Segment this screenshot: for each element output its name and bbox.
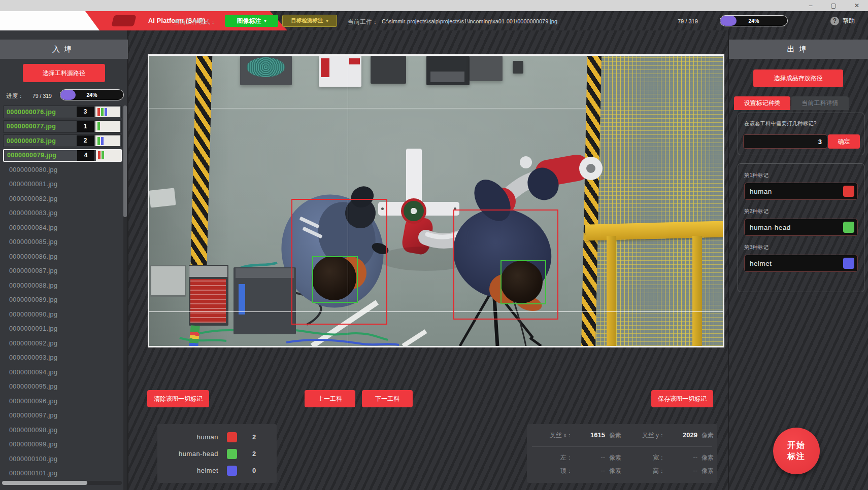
file-name: 0000000095.jpg — [3, 383, 57, 390]
file-list: 0000000076.jpg 3 0000000077.jpg 1 000000… — [3, 106, 122, 490]
list-item[interactable]: 0000000086.jpg — [3, 250, 122, 263]
list-item[interactable]: 0000000098.jpg — [3, 424, 122, 436]
list-item[interactable]: 0000000093.jpg — [3, 352, 122, 364]
confirm-button[interactable]: 确定 — [828, 134, 860, 149]
mark-name-input[interactable]: human-head — [744, 219, 858, 236]
class-color-bar — [105, 108, 107, 116]
start-annotation-label-line2: 标注 — [787, 451, 806, 462]
tab-set-mark-types[interactable]: 设置标记种类 — [734, 96, 790, 110]
save-annotations-button[interactable]: 保存该图一切标记 — [651, 390, 713, 407]
list-item[interactable]: 0000000080.jpg — [3, 163, 122, 176]
legend-label: human-head — [157, 450, 218, 458]
window-maximize-icon[interactable]: ▢ — [829, 2, 838, 10]
crosshair-x-label: 叉丝 x： — [536, 431, 576, 440]
next-image-button[interactable]: 下一工料 — [362, 390, 413, 407]
mark-color-swatch[interactable] — [843, 222, 854, 233]
legend-row: human 2 — [157, 429, 277, 445]
mode-image-annotation-button[interactable]: 图像标注 ▾ — [225, 15, 278, 27]
crosshair-x-value: 1615 — [576, 431, 607, 440]
list-item[interactable]: 0000000097.jpg — [3, 409, 122, 422]
clear-annotations-button[interactable]: 清除该图一切标记 — [147, 390, 209, 407]
annotation-legend: human 2 human-head 2 helmet 0 — [157, 424, 277, 483]
progress-label: 进度： — [6, 92, 24, 100]
vertical-scrollbar[interactable] — [123, 106, 127, 490]
list-item[interactable]: 0000000078.jpg 2 — [3, 134, 122, 147]
box-left-label: 左： — [536, 453, 576, 462]
list-item[interactable]: 0000000094.jpg — [3, 366, 122, 378]
mark-color-swatch[interactable] — [843, 258, 854, 269]
list-item[interactable]: 0000000085.jpg — [3, 236, 122, 249]
pixel-unit: 像素 — [699, 467, 725, 475]
crosshair-y-label: 叉丝 y： — [632, 431, 668, 440]
list-item[interactable]: 0000000090.jpg — [3, 308, 122, 321]
box-height-value: -- — [668, 467, 699, 475]
list-item[interactable]: 0000000095.jpg — [3, 380, 122, 393]
vertical-scrollbar-thumb[interactable] — [123, 106, 127, 217]
annotation-count-badge: 2 — [77, 135, 94, 146]
class-color-bar — [97, 108, 100, 116]
file-name: 0000000093.jpg — [3, 354, 57, 361]
mode-object-detection-button[interactable]: 目标检测标注 ▾ — [282, 15, 337, 27]
file-name: 0000000099.jpg — [3, 441, 57, 448]
mark-name-value: human-head — [750, 224, 843, 231]
mark-name-input[interactable]: helmet — [744, 255, 858, 272]
mark-type-label: 第2种标记 — [744, 208, 858, 215]
file-name: 0000000081.jpg — [3, 181, 57, 188]
box-width-label: 宽： — [632, 453, 668, 462]
annotation-count-badge: 4 — [77, 150, 94, 161]
list-item[interactable]: 0000000079.jpg 4 — [3, 149, 122, 162]
list-item[interactable]: 0000000099.jpg — [3, 438, 122, 451]
previous-image-button[interactable]: 上一工料 — [305, 390, 355, 407]
window-close-icon[interactable]: ✕ — [853, 2, 861, 10]
mark-count-input[interactable]: 3 — [743, 134, 827, 149]
list-item[interactable]: 0000000077.jpg 1 — [3, 120, 122, 133]
horizontal-scrollbar[interactable] — [2, 481, 122, 485]
horizontal-scrollbar-thumb[interactable] — [2, 481, 87, 485]
input-panel: 入埠 选择工料源路径 进度： 79 / 319 24% 0000000076.j… — [0, 30, 128, 490]
output-panel: 出埠 选择成品存放路径 设置标记种类 当前工料详情 在该套工料中需要打几种标记?… — [728, 30, 868, 490]
sidebar-progress-bar: 24% — [60, 89, 124, 100]
mark-name-value: human — [750, 188, 843, 195]
app-header: AI Platform (SAIP) 当前工作模式： 图像标注 ▾ 目标检测标注… — [0, 11, 868, 30]
mark-color-swatch[interactable] — [843, 186, 854, 197]
list-item[interactable]: 0000000100.jpg — [3, 452, 122, 465]
bounding-box[interactable] — [312, 256, 358, 303]
list-item[interactable]: 0000000081.jpg — [3, 178, 122, 191]
pixel-unit: 像素 — [607, 453, 632, 462]
logo-white-area — [0, 11, 99, 30]
list-item[interactable]: 0000000101.jpg — [3, 467, 122, 480]
image-canvas[interactable] — [148, 54, 724, 347]
mark-name-input[interactable]: human — [744, 183, 858, 200]
list-item[interactable]: 0000000088.jpg — [3, 279, 122, 292]
start-annotation-button[interactable]: 开始 标注 — [773, 428, 820, 474]
list-item[interactable]: 0000000089.jpg — [3, 294, 122, 306]
list-item[interactable]: 0000000083.jpg — [3, 207, 122, 220]
annotation-count-badge: 1 — [77, 121, 94, 132]
chevron-down-icon: ▾ — [264, 19, 266, 23]
select-output-path-button[interactable]: 选择成品存放路径 — [753, 69, 843, 87]
start-annotation-label-line1: 开始 — [787, 440, 806, 451]
help-button[interactable]: ? 帮助 — [830, 17, 855, 25]
annotation-color-strip — [95, 121, 120, 132]
file-name: 0000000100.jpg — [3, 456, 57, 463]
list-item[interactable]: 0000000076.jpg 3 — [3, 106, 122, 118]
tab-current-material-detail[interactable]: 当前工料详情 — [791, 96, 849, 110]
list-item[interactable]: 0000000087.jpg — [3, 265, 122, 277]
list-item[interactable]: 0000000096.jpg — [3, 395, 122, 407]
list-item[interactable]: 0000000092.jpg — [3, 337, 122, 349]
list-item[interactable]: 0000000091.jpg — [3, 323, 122, 335]
bounding-box[interactable] — [500, 260, 546, 304]
select-source-path-button[interactable]: 选择工料源路径 — [23, 64, 105, 82]
window-minimize-icon[interactable]: – — [807, 2, 815, 10]
input-panel-title: 入埠 — [0, 40, 128, 59]
file-name: 0000000094.jpg — [3, 369, 57, 376]
legend-label: helmet — [157, 467, 218, 474]
list-item[interactable]: 0000000084.jpg — [3, 221, 122, 234]
legend-count: 2 — [252, 450, 256, 458]
file-name: 0000000090.jpg — [3, 311, 57, 318]
file-name: 0000000079.jpg — [4, 152, 56, 159]
progress-count: 79 / 319 — [32, 93, 52, 99]
legend-color-swatch — [227, 432, 237, 442]
list-item[interactable]: 0000000082.jpg — [3, 192, 122, 205]
file-name: 0000000096.jpg — [3, 398, 57, 405]
